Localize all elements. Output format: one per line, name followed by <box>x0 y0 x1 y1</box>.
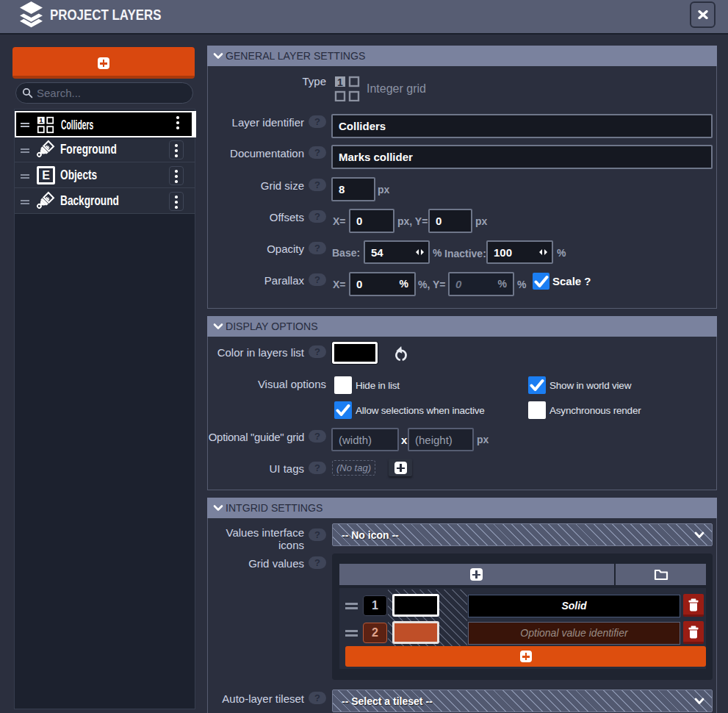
svg-text:1: 1 <box>337 76 343 88</box>
svg-text:1: 1 <box>39 117 43 124</box>
